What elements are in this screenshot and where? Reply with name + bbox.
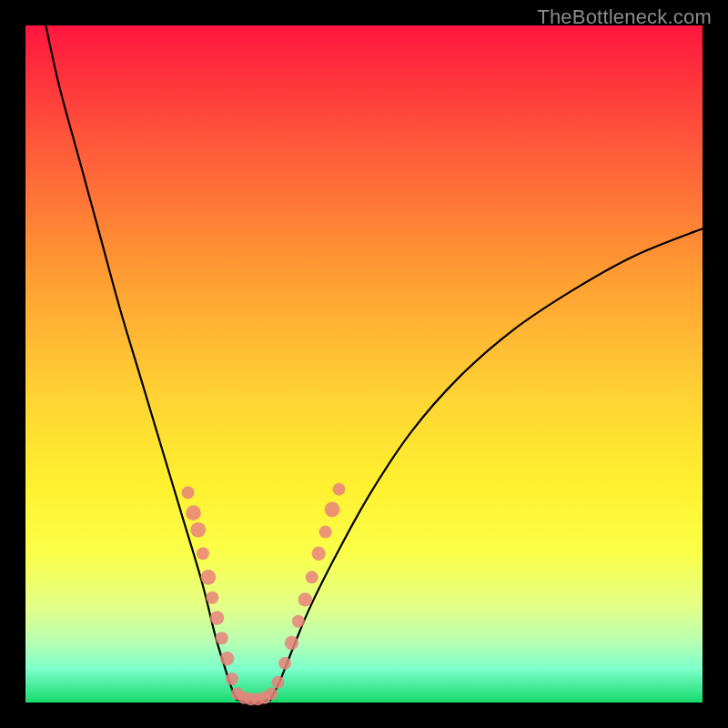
curve-marker (319, 526, 332, 539)
curve-marker (311, 547, 325, 561)
curve-marker (325, 502, 340, 518)
chart-overlay (25, 25, 703, 703)
curve-marker (306, 571, 318, 583)
curve-marker (220, 652, 234, 665)
curve-marker (210, 611, 224, 624)
curve-marker (197, 547, 209, 560)
curve-marker (206, 592, 218, 604)
curve-marker (292, 615, 305, 628)
curve-marker (216, 632, 228, 644)
curve-marker (186, 505, 201, 521)
curve-marker (272, 676, 285, 689)
curve-marker (226, 672, 238, 685)
curve-marker (278, 657, 291, 670)
curve-marker (182, 486, 195, 499)
curve-marker (200, 570, 216, 585)
curve-marker (285, 636, 298, 650)
watermark-text: TheBottleneck.com (537, 5, 712, 29)
marker-group (182, 483, 346, 706)
curve-marker (190, 522, 206, 538)
curve-marker (298, 592, 312, 606)
curve-marker (265, 687, 278, 700)
curve-marker (332, 483, 345, 496)
bottleneck-curve (46, 25, 703, 702)
